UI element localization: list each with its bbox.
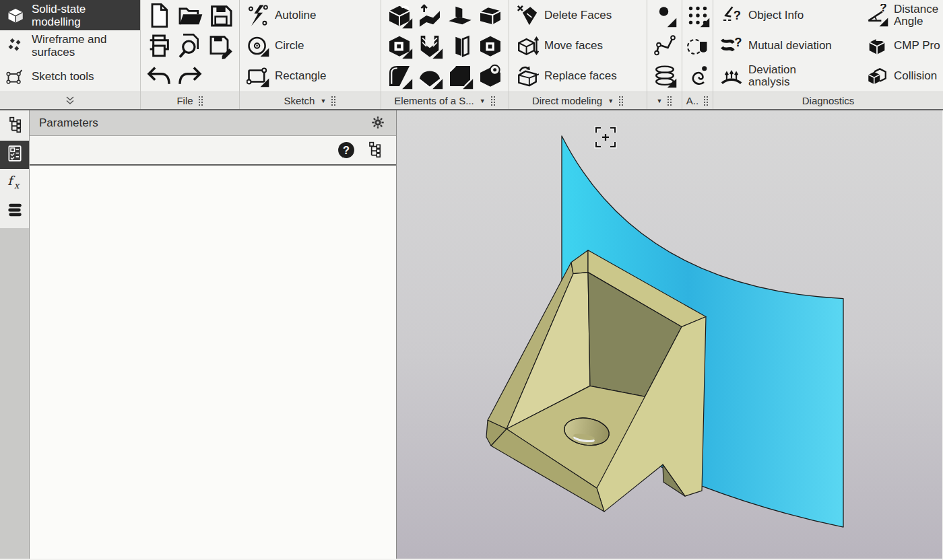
collapse-panel-button[interactable] — [0, 92, 140, 109]
replace-faces-icon — [516, 65, 539, 88]
sidebar-item-parameters-list[interactable] — [0, 141, 29, 169]
redo-button[interactable] — [174, 61, 205, 92]
move-faces-button[interactable]: Move faces — [509, 30, 647, 61]
category-sketch-tools[interactable]: Sketch tools — [0, 61, 140, 92]
group-drag-grip[interactable] — [704, 96, 709, 106]
chevron-down-icon[interactable]: ▼ — [608, 98, 614, 104]
helix-tool-button[interactable] — [650, 61, 680, 92]
print-button[interactable] — [143, 31, 174, 61]
clip-projection-icon — [686, 34, 710, 58]
tool-label: Collision — [894, 70, 937, 82]
tool-label: Replace faces — [544, 70, 617, 82]
parameters-panel-title: Parameters — [39, 116, 98, 130]
tool-label: Move faces — [544, 40, 603, 52]
shell-element-icon — [386, 32, 413, 59]
category-label: Wireframe and surfaces — [32, 33, 137, 59]
save-as-icon — [207, 32, 234, 59]
category-label: Sketch tools — [32, 70, 94, 83]
chevron-down-icon[interactable]: ▼ — [480, 98, 486, 104]
replace-faces-button[interactable]: Replace faces — [509, 61, 647, 92]
sidebar-item-layers-stack[interactable] — [0, 197, 29, 225]
undo-button[interactable] — [143, 61, 174, 92]
sheet-element-icon — [416, 2, 443, 29]
circle-tool-button[interactable]: Circle — [240, 30, 381, 61]
cmp-pro-button[interactable]: CMP Pro — [859, 30, 943, 61]
svg-text:?: ? — [343, 144, 350, 156]
chevron-down-icon[interactable]: ▼ — [320, 98, 326, 104]
help-icon[interactable]: ? — [337, 141, 356, 160]
object-info-button[interactable]: ?Object Info — [713, 0, 859, 30]
diagnostics-column-1: ?Object Info?Mutual deviationDeviation a… — [713, 0, 859, 92]
cut-extrusion-element-button[interactable] — [415, 31, 445, 61]
object-info-icon: ? — [720, 4, 743, 27]
save-as-button[interactable] — [205, 31, 236, 61]
plates-element-button[interactable] — [445, 31, 476, 61]
group-label-row: Elements of a S...▼ — [381, 92, 509, 109]
polyline-tool-icon — [653, 34, 677, 58]
main-area: fx Parameters ? — [0, 110, 943, 559]
sidebar-item-functions-fx[interactable]: fx — [0, 169, 29, 197]
boss-element-button[interactable] — [476, 1, 506, 31]
clip-projection-button[interactable] — [685, 31, 711, 61]
rectangle-tool-button[interactable]: Rectangle — [240, 61, 381, 92]
group-drag-grip[interactable] — [199, 96, 203, 106]
wireframe-surfaces-icon — [5, 36, 26, 56]
shell-element-button[interactable] — [385, 31, 415, 61]
spiral-tool-button[interactable] — [685, 61, 711, 92]
tool-label: Deviation analysis — [748, 64, 796, 88]
sidebar-item-model-tree[interactable] — [0, 112, 29, 141]
new-document-icon — [145, 2, 172, 29]
rectangle-tool-icon — [247, 65, 269, 88]
collision-button[interactable]: Collision — [859, 61, 943, 92]
point-tool-icon — [653, 3, 677, 28]
tool-label: Autoline — [275, 9, 316, 22]
rib-element-button[interactable] — [445, 1, 476, 31]
group-label-row: A.. — [682, 92, 713, 109]
category-wireframe-surfaces[interactable]: Wireframe and surfaces — [0, 30, 140, 61]
hole-element-button[interactable] — [476, 61, 506, 92]
spiral-tool-icon — [686, 64, 710, 88]
distance-angle-button[interactable]: ?Distance Angle — [859, 0, 943, 30]
sheet-element-button[interactable] — [415, 1, 445, 31]
mutual-deviation-button[interactable]: ?Mutual deviation — [713, 30, 859, 61]
parameters-list-icon — [6, 145, 24, 165]
parameters-panel-header: Parameters — [30, 110, 396, 136]
delete-faces-button[interactable]: Delete Faces — [509, 0, 647, 30]
save-button[interactable] — [205, 1, 236, 31]
gear-icon[interactable] — [370, 115, 387, 131]
round-element-button[interactable] — [415, 61, 445, 92]
viewport-3d[interactable] — [397, 110, 943, 559]
extrusion-element-button[interactable] — [385, 1, 415, 31]
parameters-panel: Parameters ? — [30, 110, 397, 559]
deviation-analysis-button[interactable]: Deviation analysis — [713, 61, 859, 92]
category-label: Solid-state modelling — [32, 3, 137, 28]
group-drag-grip[interactable] — [491, 96, 496, 106]
fillet-element-button[interactable] — [385, 61, 415, 92]
open-folder-button[interactable] — [174, 1, 205, 31]
chevron-double-down-icon — [65, 95, 75, 107]
group-drag-grip[interactable] — [331, 96, 336, 106]
toolbar-group-file: File — [140, 0, 239, 109]
tool-label: Mutual deviation — [748, 40, 832, 52]
autoline-button[interactable]: Autoline — [240, 0, 381, 30]
chamfer-element-icon — [447, 63, 474, 90]
group-drag-grip[interactable] — [668, 96, 672, 106]
category-solid-modelling[interactable]: Solid-state modelling — [0, 0, 140, 30]
model-tree-icon[interactable] — [365, 141, 384, 160]
chevron-down-icon[interactable]: ▼ — [657, 98, 663, 104]
rib-element-icon — [447, 2, 474, 29]
diagnostics-column-2: ?Distance AngleCMP ProCollision — [859, 0, 943, 92]
polyline-tool-button[interactable] — [650, 31, 680, 61]
toolbar-group-direct-modeling: Delete FacesMove facesReplace facesDirec… — [509, 0, 647, 109]
chamfer-element-button[interactable] — [445, 61, 476, 92]
point-tool-button[interactable] — [650, 1, 680, 31]
new-document-button[interactable] — [143, 1, 174, 31]
svg-text:?: ? — [734, 35, 742, 49]
group-label: File — [176, 95, 193, 106]
cut-extrusion-element-icon — [416, 32, 443, 59]
group-drag-grip[interactable] — [619, 96, 624, 106]
cavity-element-button[interactable] — [476, 31, 506, 61]
points-array-button[interactable] — [685, 1, 711, 31]
print-preview-button[interactable] — [174, 31, 205, 61]
sketch-tools-icon — [5, 67, 26, 87]
